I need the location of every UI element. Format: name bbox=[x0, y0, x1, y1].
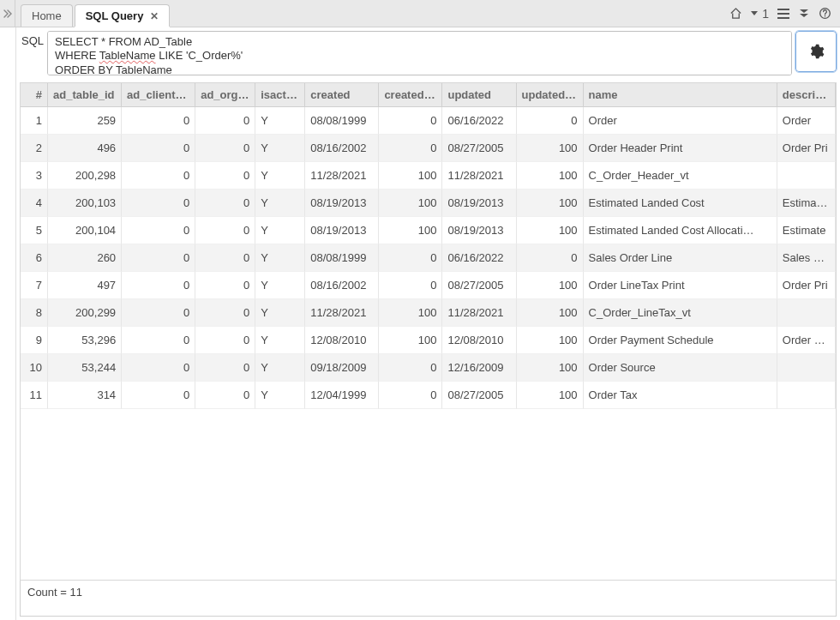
sql-line-2c: LIKE 'C_Order%' bbox=[156, 49, 243, 62]
help-icon[interactable] bbox=[815, 3, 835, 24]
header-row: # ad_table_id ad_client_id ad_org_id isa… bbox=[21, 83, 836, 107]
cell-description bbox=[777, 299, 836, 327]
col-updated[interactable]: updated bbox=[442, 83, 516, 107]
menu-icon[interactable] bbox=[774, 3, 793, 24]
col-updatedby[interactable]: updatedby bbox=[517, 83, 584, 107]
cell-created: 08/16/2002 bbox=[305, 135, 379, 162]
cell-idx: 9 bbox=[21, 327, 48, 354]
col-ad-org-id[interactable]: ad_org_id bbox=[195, 83, 255, 107]
cell-ad_table_id: 200,299 bbox=[48, 299, 122, 327]
notification-count: 1 bbox=[762, 7, 769, 21]
cell-idx: 1 bbox=[21, 107, 48, 135]
col-createdby[interactable]: createdby bbox=[379, 83, 442, 107]
table-row[interactable]: 125900Y08/08/1999006/16/20220OrderOrder bbox=[21, 107, 836, 135]
tab-home[interactable]: Home bbox=[21, 4, 73, 27]
cell-isactive: Y bbox=[255, 382, 305, 409]
cell-isactive: Y bbox=[255, 162, 305, 190]
sql-editor-row: SQL SELECT * FROM AD_Table WHERE TableNa… bbox=[16, 27, 840, 79]
cell-ad_table_id: 314 bbox=[48, 382, 122, 409]
table-row[interactable]: 953,29600Y12/08/201010012/08/2010100Orde… bbox=[21, 327, 836, 354]
cell-idx: 11 bbox=[21, 382, 48, 409]
results-table: # ad_table_id ad_client_id ad_org_id isa… bbox=[21, 83, 836, 409]
cell-ad_client_id: 0 bbox=[122, 217, 195, 244]
results-grid[interactable]: # ad_table_id ad_client_id ad_org_id isa… bbox=[20, 82, 837, 581]
cell-createdby: 100 bbox=[379, 162, 442, 190]
cell-createdby: 0 bbox=[379, 382, 442, 409]
cell-ad_org_id: 0 bbox=[195, 135, 255, 162]
cell-description bbox=[777, 354, 836, 382]
cell-ad_org_id: 0 bbox=[195, 244, 255, 272]
cell-name: Order bbox=[584, 107, 777, 135]
table-row[interactable]: 5200,10400Y08/19/201310008/19/2013100Est… bbox=[21, 217, 836, 244]
cell-isactive: Y bbox=[255, 217, 305, 244]
cell-ad_table_id: 53,296 bbox=[48, 327, 122, 354]
cell-updatedby: 0 bbox=[517, 244, 584, 272]
table-row[interactable]: 3200,29800Y11/28/202110011/28/2021100C_O… bbox=[21, 162, 836, 190]
table-row[interactable]: 8200,29900Y11/28/202110011/28/2021100C_O… bbox=[21, 299, 836, 327]
cell-createdby: 0 bbox=[379, 354, 442, 382]
cell-createdby: 0 bbox=[379, 272, 442, 299]
sql-line-2b: TableName bbox=[99, 49, 156, 62]
cell-ad_client_id: 0 bbox=[122, 244, 195, 272]
cell-ad_client_id: 0 bbox=[122, 107, 195, 135]
cell-created: 11/28/2021 bbox=[305, 162, 379, 190]
home-icon[interactable] bbox=[726, 3, 746, 24]
cell-updated: 12/16/2009 bbox=[442, 354, 516, 382]
table-row[interactable]: 626000Y08/08/1999006/16/20220Sales Order… bbox=[21, 244, 836, 272]
table-row[interactable]: 1131400Y12/04/1999008/27/2005100Order Ta… bbox=[21, 382, 836, 409]
cell-description: Estimate bbox=[777, 217, 836, 244]
table-row[interactable]: 749700Y08/16/2002008/27/2005100Order Lin… bbox=[21, 272, 836, 299]
expand-collapse-icon[interactable] bbox=[0, 0, 15, 27]
col-index[interactable]: # bbox=[21, 83, 48, 107]
table-row[interactable]: 1053,24400Y09/18/2009012/16/2009100Order… bbox=[21, 354, 836, 382]
tab-body: SQL SELECT * FROM AD_Table WHERE TableNa… bbox=[15, 27, 840, 620]
notification-dropdown[interactable]: 1 bbox=[747, 3, 772, 24]
more-icon[interactable] bbox=[795, 3, 813, 24]
cell-ad_table_id: 200,104 bbox=[48, 217, 122, 244]
cell-ad_org_id: 0 bbox=[195, 162, 255, 190]
cell-created: 08/19/2013 bbox=[305, 217, 379, 244]
col-description[interactable]: description bbox=[777, 83, 836, 107]
top-toolbar: Home SQL Query ✕ 1 bbox=[0, 0, 840, 27]
cell-name: C_Order_Header_vt bbox=[584, 162, 777, 190]
tab-sql-query[interactable]: SQL Query ✕ bbox=[75, 4, 171, 27]
cell-idx: 8 bbox=[21, 299, 48, 327]
col-created[interactable]: created bbox=[305, 83, 379, 107]
cell-created: 08/19/2013 bbox=[305, 190, 379, 217]
cell-ad_client_id: 0 bbox=[122, 135, 195, 162]
cell-createdby: 0 bbox=[379, 135, 442, 162]
col-ad-client-id[interactable]: ad_client_id bbox=[122, 83, 195, 107]
cell-idx: 5 bbox=[21, 217, 48, 244]
col-name[interactable]: name bbox=[584, 83, 777, 107]
cell-ad_org_id: 0 bbox=[195, 217, 255, 244]
cell-ad_client_id: 0 bbox=[122, 382, 195, 409]
cell-ad_table_id: 200,103 bbox=[48, 190, 122, 217]
sql-line-3a: ORDER BY bbox=[55, 63, 116, 76]
col-ad-table-id[interactable]: ad_table_id bbox=[48, 83, 122, 107]
cell-ad_org_id: 0 bbox=[195, 190, 255, 217]
cell-description: Order bbox=[777, 107, 836, 135]
cell-updated: 08/19/2013 bbox=[442, 190, 516, 217]
cell-ad_table_id: 260 bbox=[48, 244, 122, 272]
cell-updated: 12/08/2010 bbox=[442, 327, 516, 354]
cell-ad_table_id: 53,244 bbox=[48, 354, 122, 382]
table-row[interactable]: 4200,10300Y08/19/201310008/19/2013100Est… bbox=[21, 190, 836, 217]
caret-down-icon bbox=[751, 11, 758, 15]
cell-name: Sales Order Line bbox=[584, 244, 777, 272]
col-isactive[interactable]: isactive bbox=[255, 83, 305, 107]
sql-input[interactable]: SELECT * FROM AD_Table WHERE TableName L… bbox=[47, 31, 792, 75]
cell-isactive: Y bbox=[255, 299, 305, 327]
cell-ad_org_id: 0 bbox=[195, 107, 255, 135]
cell-createdby: 0 bbox=[379, 107, 442, 135]
cell-description: Order Pri bbox=[777, 272, 836, 299]
cell-description: Estimated bbox=[777, 190, 836, 217]
sql-label: SQL bbox=[21, 31, 47, 47]
sql-line-3b: TableName bbox=[116, 63, 172, 76]
cell-ad_client_id: 0 bbox=[122, 272, 195, 299]
cell-updated: 11/28/2021 bbox=[442, 299, 516, 327]
status-text: Count = 11 bbox=[27, 586, 82, 599]
close-icon[interactable]: ✕ bbox=[150, 10, 159, 22]
cell-idx: 4 bbox=[21, 190, 48, 217]
run-settings-button[interactable] bbox=[795, 31, 837, 72]
table-row[interactable]: 249600Y08/16/2002008/27/2005100Order Hea… bbox=[21, 135, 836, 162]
